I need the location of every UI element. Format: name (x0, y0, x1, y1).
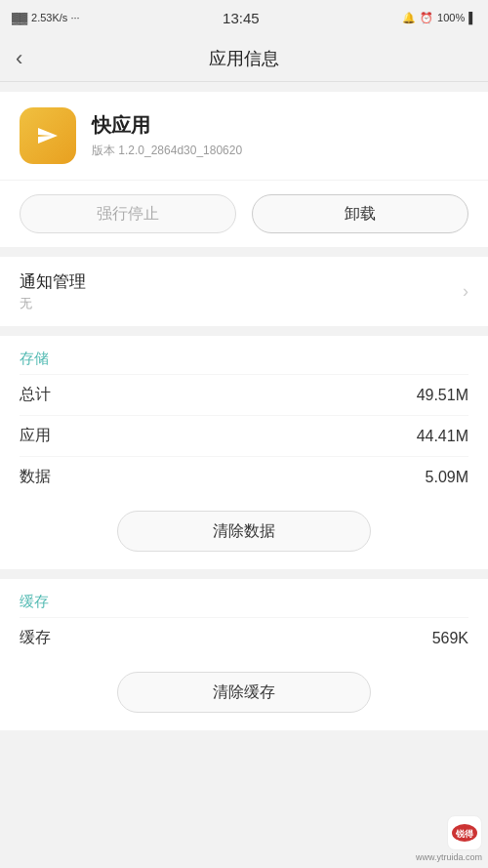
cache-section: 缓存 缓存 569K 清除缓存 (0, 579, 488, 730)
notification-icon: 🔔 (402, 12, 416, 24)
svg-text:锐得: 锐得 (455, 829, 474, 839)
notification-title: 通知管理 (20, 270, 86, 293)
storage-app-label: 应用 (20, 426, 51, 446)
app-icon-svg (32, 120, 63, 151)
battery-text: 100% (437, 12, 465, 23)
storage-header: 存储 (20, 336, 468, 374)
storage-row-total: 总计 49.51M (20, 374, 468, 415)
app-name: 快应用 (92, 112, 468, 139)
notification-section: 通知管理 无 › (0, 257, 488, 326)
cache-value: 569K (432, 630, 468, 647)
clear-cache-button[interactable]: 清除缓存 (117, 672, 371, 713)
storage-app-value: 44.41M (417, 428, 468, 445)
watermark-logo-icon: 锐得 (447, 815, 482, 850)
network-speed: 2.53K/s ··· (31, 12, 80, 23)
app-details: 快应用 版本 1.2.0_2864d30_180620 (92, 112, 468, 159)
app-version: 版本 1.2.0_2864d30_180620 (92, 143, 468, 159)
action-buttons-row: 强行停止 卸载 (0, 181, 488, 247)
app-icon (20, 107, 76, 164)
main-content: 快应用 版本 1.2.0_2864d30_180620 强行停止 卸载 通知管理… (0, 82, 488, 868)
storage-section: 存储 总计 49.51M 应用 44.41M 数据 5.09M 清除数据 (0, 336, 488, 569)
signal-icons: ▓▓ (12, 12, 27, 23)
notification-row[interactable]: 通知管理 无 › (0, 257, 488, 326)
top-navigation: ‹ 应用信息 (0, 35, 488, 82)
status-bar: ▓▓ 2.53K/s ··· 13:45 🔔 ⏰ 100% ▌ (0, 0, 488, 35)
chevron-right-icon: › (463, 281, 468, 302)
storage-row-data: 数据 5.09M (20, 456, 468, 497)
cache-label: 缓存 (20, 628, 51, 648)
app-info-card: 快应用 版本 1.2.0_2864d30_180620 (0, 92, 488, 180)
battery-icon: ▌ (468, 12, 476, 23)
status-left: ▓▓ 2.53K/s ··· (12, 12, 80, 23)
clear-data-wrap: 清除数据 (20, 497, 468, 569)
storage-data-label: 数据 (20, 467, 51, 487)
notification-value: 无 (20, 295, 86, 312)
cache-row: 缓存 569K (20, 617, 468, 658)
clear-cache-wrap: 清除缓存 (20, 658, 468, 730)
storage-data-value: 5.09M (426, 469, 468, 486)
cache-header: 缓存 (20, 579, 468, 617)
storage-total-value: 49.51M (417, 387, 468, 404)
force-stop-button[interactable]: 强行停止 (20, 194, 236, 233)
notification-left: 通知管理 无 (20, 270, 86, 312)
watermark-text: www.ytruida.com (416, 852, 482, 862)
uninstall-button[interactable]: 卸载 (252, 194, 468, 233)
status-right: 🔔 ⏰ 100% ▌ (402, 12, 476, 24)
storage-total-label: 总计 (20, 385, 51, 405)
alarm-icon: ⏰ (420, 12, 433, 24)
back-button[interactable]: ‹ (16, 48, 22, 69)
storage-row-app: 应用 44.41M (20, 415, 468, 456)
status-time: 13:45 (223, 10, 260, 26)
watermark: 锐得 www.ytruida.com (416, 815, 482, 862)
clear-data-button[interactable]: 清除数据 (117, 511, 371, 552)
page-title: 应用信息 (209, 47, 279, 70)
